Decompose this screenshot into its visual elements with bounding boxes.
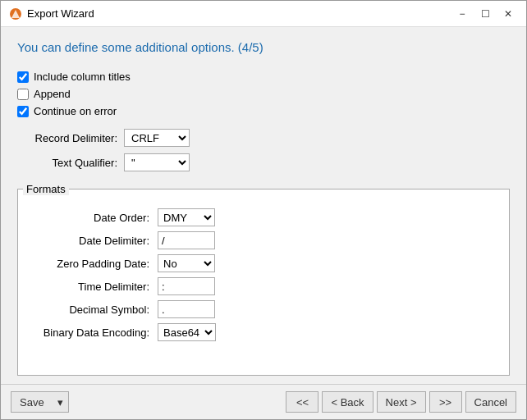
continue-on-error-checkbox[interactable] bbox=[17, 106, 29, 117]
time-delimiter-label: Time Delimiter: bbox=[26, 281, 158, 293]
binary-data-encoding-label: Binary Data Encoding: bbox=[26, 326, 158, 339]
append-checkbox[interactable] bbox=[17, 89, 29, 100]
text-qualifier-select[interactable]: " ' None bbox=[124, 153, 190, 171]
date-order-select[interactable]: DMY MDY YMD bbox=[158, 208, 215, 226]
time-delimiter-input[interactable] bbox=[158, 277, 215, 295]
date-delimiter-input[interactable] bbox=[158, 231, 215, 249]
zero-padding-date-row: Zero Padding Date: No Yes bbox=[26, 254, 501, 272]
minimize-button[interactable]: − bbox=[452, 6, 472, 22]
field-rows-section: Record Delimiter: CRLF LF CR Text Qualif… bbox=[17, 129, 510, 175]
formats-legend: Formats bbox=[23, 183, 69, 195]
app-icon bbox=[9, 7, 22, 21]
zero-padding-date-label: Zero Padding Date: bbox=[26, 258, 158, 270]
footer: Save ▾ << < Back Next > >> Cancel bbox=[1, 384, 526, 419]
save-button[interactable]: Save bbox=[11, 391, 53, 413]
cancel-button[interactable]: Cancel bbox=[465, 391, 516, 413]
close-button[interactable]: ✕ bbox=[498, 6, 518, 22]
save-dropdown-button[interactable]: ▾ bbox=[53, 391, 69, 413]
include-column-titles-label: Include column titles bbox=[34, 71, 131, 83]
zero-padding-date-select[interactable]: No Yes bbox=[158, 254, 215, 272]
record-delimiter-label: Record Delimiter: bbox=[17, 132, 124, 144]
decimal-symbol-row: Decimal Symbol: bbox=[26, 300, 501, 318]
nav-last-button[interactable]: >> bbox=[429, 391, 462, 413]
continue-on-error-row: Continue on error bbox=[17, 105, 510, 117]
formats-group: Formats Date Order: DMY MDY YMD Date Del… bbox=[17, 183, 510, 376]
back-button[interactable]: < Back bbox=[322, 391, 373, 413]
title-bar-left: Export Wizard bbox=[9, 7, 94, 21]
decimal-symbol-label: Decimal Symbol: bbox=[26, 304, 158, 316]
include-column-titles-checkbox[interactable] bbox=[17, 71, 29, 83]
date-delimiter-row: Date Delimiter: bbox=[26, 231, 501, 249]
date-delimiter-label: Date Delimiter: bbox=[26, 235, 158, 247]
append-label: Append bbox=[34, 88, 71, 100]
decimal-symbol-input[interactable] bbox=[158, 300, 215, 318]
export-wizard-window: Export Wizard − ☐ ✕ You can define some … bbox=[0, 0, 527, 420]
maximize-button[interactable]: ☐ bbox=[475, 6, 495, 22]
date-order-row: Date Order: DMY MDY YMD bbox=[26, 208, 501, 226]
next-button[interactable]: Next > bbox=[377, 391, 426, 413]
record-delimiter-row: Record Delimiter: CRLF LF CR bbox=[17, 129, 510, 147]
footer-left: Save ▾ bbox=[11, 391, 69, 413]
record-delimiter-select[interactable]: CRLF LF CR bbox=[124, 129, 190, 147]
text-qualifier-label: Text Qualifier: bbox=[17, 157, 124, 169]
options-section: Include column titles Append Continue on… bbox=[17, 71, 510, 117]
footer-right: << < Back Next > >> Cancel bbox=[286, 391, 516, 413]
time-delimiter-row: Time Delimiter: bbox=[26, 277, 501, 295]
append-row: Append bbox=[17, 88, 510, 100]
binary-data-encoding-row: Binary Data Encoding: Base64 Hex None bbox=[26, 323, 501, 341]
include-column-titles-row: Include column titles bbox=[17, 71, 510, 83]
nav-first-button[interactable]: << bbox=[286, 391, 318, 413]
window-title: Export Wizard bbox=[27, 7, 94, 20]
date-order-label: Date Order: bbox=[26, 212, 158, 224]
continue-on-error-label: Continue on error bbox=[34, 105, 117, 117]
main-content: You can define some additional options. … bbox=[1, 27, 526, 384]
title-bar-controls: − ☐ ✕ bbox=[452, 6, 518, 22]
page-title: You can define some additional options. … bbox=[17, 40, 510, 54]
title-bar: Export Wizard − ☐ ✕ bbox=[1, 1, 526, 27]
dropdown-arrow-icon: ▾ bbox=[57, 396, 63, 409]
binary-data-encoding-select[interactable]: Base64 Hex None bbox=[158, 323, 216, 341]
text-qualifier-row: Text Qualifier: " ' None bbox=[17, 153, 510, 171]
